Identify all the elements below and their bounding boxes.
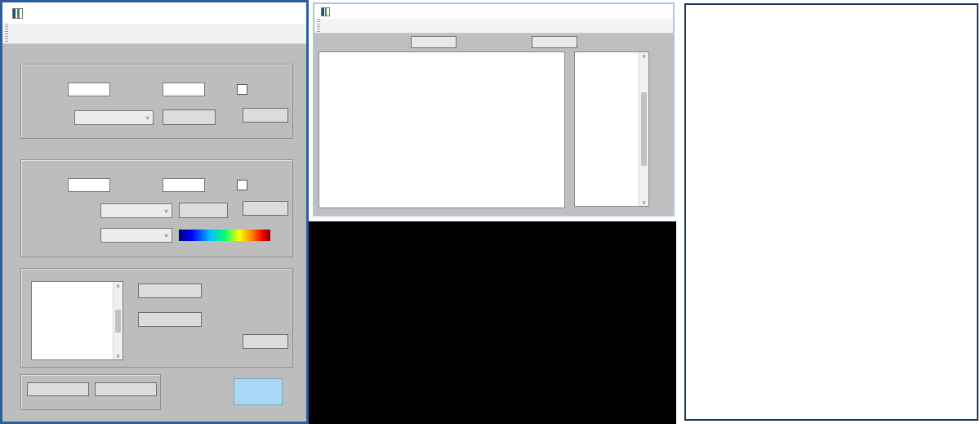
filter-accept-button[interactable] [243, 108, 288, 123]
hfo-settings-window: ˅ ˅ ˅ ∧ [0, 0, 309, 424]
jet-colorbar-preview [179, 230, 270, 241]
chevron-down-icon: ˅ [164, 232, 168, 239]
app-icon [321, 7, 330, 16]
screenshot-stage: ˅ ˅ ˅ ∧ [0, 0, 980, 424]
clinical-report-button[interactable] [95, 382, 157, 396]
bipolar-listbox[interactable] [31, 281, 123, 360]
toolbar-grip[interactable] [5, 24, 8, 43]
filter-more-button[interactable] [163, 109, 216, 125]
filter-setting-group [20, 64, 293, 139]
filter-freq-from-input[interactable] [68, 83, 110, 96]
ranking-chart-left [691, 57, 830, 168]
title-bar [2, 2, 306, 24]
scrollbar-thumb[interactable] [641, 92, 648, 166]
chevron-down-icon: ˅ [164, 208, 168, 215]
scroll-up-icon[interactable]: ∧ [116, 282, 120, 289]
wavelet-freq-from-input[interactable] [68, 178, 110, 192]
events-items [575, 53, 639, 206]
ranking-chart-right [833, 52, 977, 168]
all-checkbox[interactable] [237, 180, 247, 190]
wavelet-more-button[interactable] [179, 203, 228, 218]
toolbar-grip[interactable] [317, 19, 320, 33]
app-icon [12, 8, 23, 19]
scroll-down-icon[interactable]: ∨ [116, 352, 120, 359]
wavelet-accept-button[interactable] [243, 201, 288, 216]
menu-bar [2, 24, 306, 44]
bipolar-scrollbar[interactable]: ∧ ∨ [113, 282, 122, 359]
brain-3d-viewport[interactable] [309, 221, 676, 424]
menu-bar [314, 19, 673, 33]
events-scrollbar[interactable]: ∧ ∨ [639, 52, 648, 206]
run-button[interactable] [234, 378, 283, 405]
brain-3d-render [309, 221, 676, 424]
events-listbox[interactable]: ∧ ∨ [574, 51, 649, 207]
hfo-analysis-window: ∧ ∨ [313, 2, 675, 216]
reject-button[interactable] [532, 36, 577, 48]
colorbar-select[interactable]: ˅ [100, 228, 172, 243]
bipolar-accept-button[interactable] [243, 334, 288, 349]
user-define-button[interactable] [138, 312, 202, 327]
event-plots-svg [319, 52, 564, 208]
load-from-file-button[interactable] [138, 283, 202, 298]
scroll-down-icon[interactable]: ∨ [642, 199, 646, 206]
filter-freq-to-input[interactable] [163, 83, 205, 96]
channel-distribution-charts [693, 178, 975, 284]
brain-distribution-figures [689, 296, 977, 382]
event-plots-panel [318, 51, 565, 208]
chevron-down-icon: ˅ [145, 114, 149, 122]
window-select[interactable]: ˅ [74, 110, 154, 125]
scroll-up-icon[interactable]: ∧ [642, 52, 646, 60]
clinical-report-page [684, 3, 978, 421]
analysis-result-button[interactable] [27, 382, 89, 396]
wavelet-freq-to-input[interactable] [163, 178, 205, 192]
scrollbar-thumb[interactable] [115, 310, 122, 333]
auto-checkbox[interactable] [237, 84, 247, 95]
title-bar [314, 4, 673, 19]
setting-button[interactable] [411, 36, 457, 48]
mother-function-select[interactable]: ˅ [100, 203, 172, 218]
